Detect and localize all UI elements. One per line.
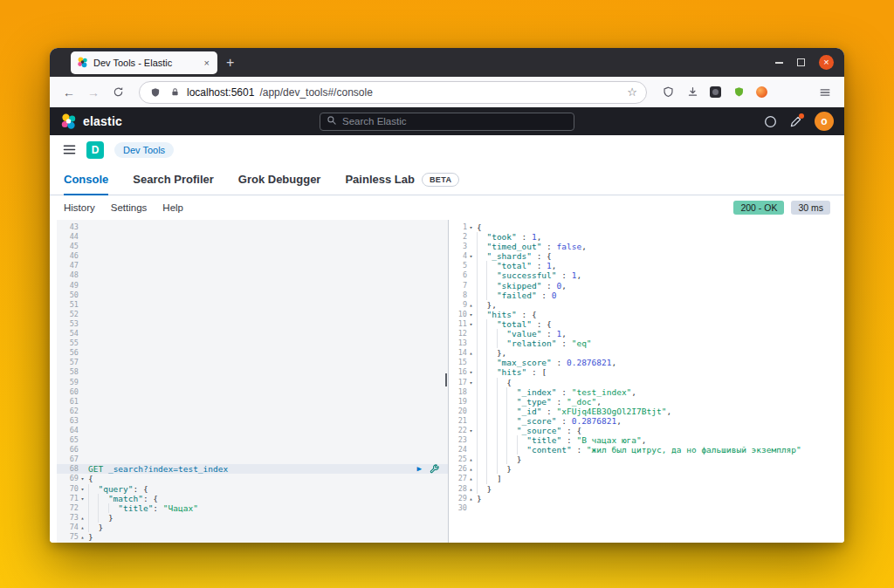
code-line[interactable]: 29▴} [449, 494, 844, 503]
code-line[interactable]: 57 [57, 358, 448, 367]
space-badge[interactable]: D [86, 141, 104, 159]
tab-search-profiler[interactable]: Search Profiler [133, 164, 214, 195]
code-line[interactable]: 70▾ "query": { [57, 484, 448, 494]
privacy-shield-icon[interactable] [661, 85, 675, 99]
code-line[interactable]: 23 "title" : "В чацах юга", [449, 435, 844, 445]
tracking-shield-icon[interactable] [148, 85, 162, 99]
code-line[interactable]: 4▾ "_shards" : { [449, 251, 844, 261]
menu-icon[interactable] [818, 85, 832, 99]
close-button[interactable]: × [819, 55, 834, 70]
code-line[interactable]: 25▴ } [449, 455, 844, 464]
elastic-logo[interactable]: elastic [60, 113, 122, 130]
code-line[interactable]: 21 "_score" : 0.2876821, [449, 416, 844, 426]
code-line[interactable]: 19 "_type" : "_doc", [449, 397, 844, 407]
tab-console[interactable]: Console [64, 164, 108, 195]
lock-icon[interactable] [168, 85, 182, 99]
code-line[interactable]: 73▴ } [57, 513, 448, 523]
browser-tab[interactable]: Dev Tools - Elastic × [71, 51, 217, 74]
code-line[interactable]: 7 "skipped" : 0, [449, 281, 844, 291]
code-line[interactable]: 15 "max_score" : 0.2876821, [449, 358, 844, 367]
code-line[interactable]: 10▾ "hits" : { [449, 310, 844, 319]
code-line[interactable]: 16▾ "hits" : [ [449, 367, 844, 377]
code-line[interactable]: 12 "value" : 1, [449, 329, 844, 338]
code-line[interactable]: 53 [57, 319, 448, 329]
code-line[interactable]: 43 [57, 222, 448, 232]
user-avatar[interactable]: o [815, 112, 834, 131]
code-line[interactable]: 45 [57, 242, 448, 251]
code-line[interactable]: 20 "_id" : "xFUjq4EB3OgOl2I7Btjt", [449, 407, 844, 416]
code-line[interactable]: 6 "successful" : 1, [449, 270, 844, 280]
download-icon[interactable] [685, 85, 699, 99]
code-line[interactable]: 75▴} [57, 532, 448, 542]
code-line[interactable]: 26▴ } [449, 464, 844, 474]
code-line[interactable]: 14▴ }, [449, 348, 844, 358]
maximize-button[interactable] [797, 58, 805, 66]
back-button[interactable]: ← [58, 82, 79, 103]
code-line[interactable]: 54 [57, 329, 448, 338]
code-line[interactable]: 69▾{ [57, 474, 448, 483]
code-line[interactable]: 44 [57, 232, 448, 242]
code-line[interactable]: 27▴ ] [449, 474, 844, 483]
fold-toggle-icon[interactable]: ▴ [79, 533, 86, 543]
code-line[interactable]: 62 [57, 407, 448, 416]
code-line[interactable]: 59 [57, 378, 448, 387]
code-line[interactable]: 18 "_index" : "test_index", [449, 387, 844, 397]
code-line[interactable]: 63 [57, 416, 448, 426]
breadcrumb[interactable]: Dev Tools [114, 142, 174, 158]
code-line[interactable]: 49 [57, 281, 448, 291]
history-button[interactable]: History [64, 202, 95, 213]
code-line[interactable]: 50 [57, 291, 448, 300]
send-request-icon[interactable]: ▶ [417, 465, 422, 473]
new-tab-button[interactable]: + [226, 56, 234, 70]
code-line[interactable]: 74▴ } [57, 523, 448, 532]
search-input[interactable] [342, 116, 567, 126]
code-line[interactable]: 3 "timed_out" : false, [449, 242, 844, 251]
code-line[interactable]: 61 [57, 397, 448, 407]
code-line[interactable]: 9▴ }, [449, 300, 844, 310]
code-line[interactable]: 13 "relation" : "eq" [449, 338, 844, 348]
extension-tampermonkey-icon[interactable] [710, 86, 721, 98]
help-icon[interactable] [763, 114, 777, 128]
code-line[interactable]: 51 [57, 300, 448, 310]
code-line[interactable]: 60 [57, 387, 448, 397]
code-line[interactable]: 48 [57, 270, 448, 280]
code-line[interactable]: 11▾ "total" : { [449, 319, 844, 329]
code-line[interactable]: 5 "total" : 1, [449, 261, 844, 270]
code-line[interactable]: 66 [57, 445, 448, 455]
url-bar[interactable]: localhost:5601/app/dev_tools#/console ☆ [139, 81, 647, 104]
minimize-button[interactable] [775, 62, 783, 64]
code-line[interactable]: 65 [57, 435, 448, 445]
code-line[interactable]: 64 [57, 426, 448, 435]
code-line[interactable]: 2 "took" : 1, [449, 232, 844, 242]
code-line[interactable]: 67 [57, 455, 448, 464]
code-line[interactable]: 72 "title": "Чацах" [57, 503, 448, 513]
reload-button[interactable] [107, 82, 128, 103]
code-line[interactable]: 46 [57, 251, 448, 261]
help-button[interactable]: Help [162, 202, 183, 213]
newsfeed-icon[interactable] [789, 115, 802, 128]
request-editor[interactable]: ▶ 43444546474849505152535455565758596061… [57, 220, 448, 543]
settings-button[interactable]: Settings [111, 202, 148, 213]
tab-close-icon[interactable]: × [203, 58, 211, 68]
code-line[interactable]: 56 [57, 348, 448, 358]
tab-grok-debugger[interactable]: Grok Debugger [238, 164, 321, 195]
code-line[interactable]: 71▾ "match": { [57, 494, 448, 503]
nav-menu-icon[interactable] [62, 143, 76, 157]
bookmark-star-icon[interactable]: ☆ [627, 85, 637, 99]
code-line[interactable]: 22▾ "_source" : { [449, 426, 844, 435]
response-viewer[interactable]: 1▾{2 "took" : 1,3 "timed_out" : false,4▾… [449, 220, 844, 543]
code-line[interactable]: 68GET _search?index=test_index [57, 464, 448, 474]
code-line[interactable]: 55 [57, 338, 448, 348]
code-line[interactable]: 47 [57, 261, 448, 270]
code-line[interactable]: 17▾ { [449, 378, 844, 387]
profile-icon[interactable] [756, 86, 767, 98]
tab-painless-lab[interactable]: Painless Lab BETA [345, 164, 459, 195]
wrench-icon[interactable] [430, 464, 439, 474]
code-line[interactable]: 1▾{ [449, 222, 844, 232]
global-search[interactable] [320, 113, 574, 131]
code-line[interactable]: 28▴ } [449, 484, 844, 494]
window-titlebar[interactable]: Dev Tools - Elastic × + × [50, 48, 844, 77]
code-line[interactable]: 8 "failed" : 0 [449, 291, 844, 300]
code-line[interactable]: 30 [449, 503, 844, 513]
code-line[interactable]: 52 [57, 310, 448, 319]
